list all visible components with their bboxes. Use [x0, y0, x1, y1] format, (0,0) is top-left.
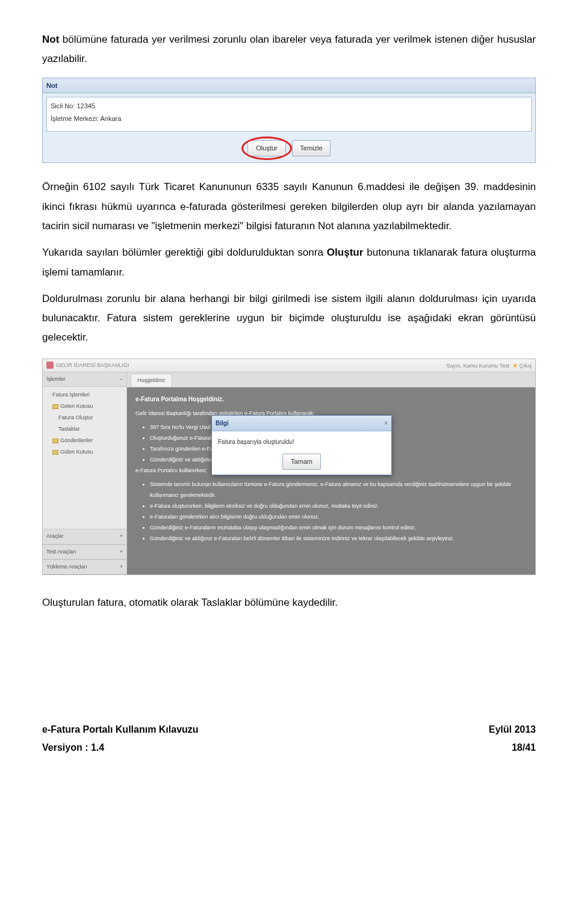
welcome-title: e-Fatura Portalına Hoşgeldiniz. — [135, 393, 527, 405]
list-item: e-Fatura oluştururken, bilgilerin eksiks… — [150, 501, 527, 511]
portal-brand: GELİR İDARESİ BAŞKANLIĞI — [56, 360, 129, 371]
sidebar-header-label: İşlemler — [46, 374, 66, 384]
star-icon: ★ — [512, 362, 518, 369]
dialog-titlebar: Bilgi × — [212, 416, 391, 431]
tab-hosgeldiniz[interactable]: Hoşgeldiniz — [131, 374, 172, 387]
folder-icon — [52, 404, 58, 409]
welcome-panel: e-Fatura Portalına Hoşgeldiniz. Gelir İd… — [127, 387, 535, 574]
collapse-icon[interactable]: − — [120, 374, 123, 384]
create-button-annotation: Oluştur — [247, 140, 286, 156]
dialog-ok-button[interactable]: Tamam — [282, 454, 321, 470]
not-label: Not — [42, 34, 59, 45]
sidebar-item-label: Gelen Kutusu — [60, 403, 93, 409]
expand-icon: + — [120, 562, 123, 572]
p3-bold: Oluştur — [327, 247, 363, 258]
page-footer: e-Fatura Portalı Kullanım Kılavuzu Versi… — [42, 721, 536, 757]
create-button[interactable]: Oluştur — [247, 140, 286, 156]
footer-version: Versiyon : 1.4 — [42, 739, 199, 757]
folder-icon — [52, 439, 58, 443]
paragraph-2: Örneğin 6102 sayılı Türk Ticaret Kanunun… — [42, 177, 536, 236]
info-dialog: Bilgi × Fatura başarıyla oluşturuldu! Ta… — [211, 415, 392, 475]
footer-date: Eylül 2013 — [489, 721, 536, 739]
note-panel: Not Sicil No: 12345 İşletme Merkezi: Ank… — [42, 78, 536, 164]
paragraph-5: Oluşturulan fatura, otomatik olarak Tasl… — [42, 593, 536, 612]
list-item: Sistemde tanımlı bulunan kullanıcıların … — [150, 479, 527, 500]
note-panel-body: Sicil No: 12345 İşletme Merkezi: Ankara — [43, 93, 535, 135]
portal-logo-icon — [46, 362, 54, 369]
paragraph-4: Doldurulması zorunlu bir alana herhangi … — [42, 289, 536, 348]
portal-topbar: GELİR İDARESİ BAŞKANLIĞI Sayın, Kamu Kur… — [43, 359, 535, 372]
sidebar-footer-label: Yükleme Araçları — [46, 562, 87, 572]
expand-icon: + — [120, 547, 123, 557]
sidebar-footer: Araçlar+ Test Araçları+ Yükleme Araçları… — [43, 529, 126, 574]
sidebar-footer-label: Araçlar — [46, 531, 64, 541]
footer-doc-title: e-Fatura Portalı Kullanım Kılavuzu — [42, 721, 199, 739]
dialog-message: Fatura başarıyla oluşturuldu! — [212, 431, 391, 451]
note-panel-header: Not — [43, 78, 535, 94]
list-item: e-Faturaları gönderirken alıcı bilgisini… — [150, 512, 527, 522]
sidebar-footer-label: Test Araçları — [46, 547, 76, 557]
dialog-title-text: Bilgi — [216, 417, 229, 429]
list-item: Gönderdiğiniz e-Faturaların muhataba ula… — [150, 523, 527, 533]
list-item: Gönderdiğiniz ve aldığınız e-Faturaları … — [150, 534, 527, 544]
logout-link[interactable]: Çıkış — [519, 363, 532, 369]
clear-button[interactable]: Temizle — [292, 140, 331, 156]
welcome-list-2: Sistemde tanımlı bulunan kullanıcıların … — [135, 479, 527, 544]
folder-icon — [52, 450, 58, 455]
sidebar-item-label: Giden Kutusu — [60, 449, 93, 455]
sidebar-item-fatura-olustur[interactable]: Fatura Oluştur — [45, 412, 124, 424]
note-textarea[interactable]: Sicil No: 12345 İşletme Merkezi: Ankara — [46, 97, 532, 132]
close-icon[interactable]: × — [384, 417, 388, 429]
paragraph-3: Yukarıda sayılan bölümler gerektiği gibi… — [42, 243, 536, 282]
sidebar-item-fatura-islemleri[interactable]: Fatura İşlemleri — [45, 389, 124, 401]
sidebar-header: İşlemler − — [43, 372, 126, 387]
portal-sidebar: İşlemler − Fatura İşlemleri Gelen Kutusu… — [43, 372, 127, 574]
sidebar-item-gonderilenler[interactable]: Gönderilenler — [45, 435, 124, 446]
note-panel-footer: Oluştur Temizle — [43, 135, 535, 162]
p3-pre: Yukarıda sayılan bölümler gerektiği gibi… — [42, 247, 327, 258]
sidebar-footer-araclar[interactable]: Araçlar+ — [43, 529, 126, 544]
intro-rest: bölümüne faturada yer verilmesi zorunlu … — [42, 34, 536, 64]
sidebar-item-label: Gönderilenler — [60, 437, 93, 443]
expand-icon: + — [120, 531, 123, 541]
portal-content: Hoşgeldiniz e-Fatura Portalına Hoşgeldin… — [127, 372, 535, 574]
intro-paragraph: Not bölümüne faturada yer verilmesi zoru… — [42, 30, 536, 69]
portal-screenshot: GELİR İDARESİ BAŞKANLIĞI Sayın, Kamu Kur… — [42, 359, 536, 575]
sidebar-item-giden-kutusu[interactable]: Giden Kutusu — [45, 446, 124, 458]
sidebar-item-gelen-kutusu[interactable]: Gelen Kutusu — [45, 401, 124, 412]
portal-tabbar: Hoşgeldiniz — [127, 372, 535, 387]
footer-page: 18/41 — [489, 739, 536, 757]
sidebar-item-taslaklar[interactable]: Taslaklar — [45, 424, 124, 435]
sidebar-tree: Fatura İşlemleri Gelen Kutusu Fatura Olu… — [43, 387, 126, 529]
sidebar-footer-test-araclari[interactable]: Test Araçları+ — [43, 544, 126, 559]
sidebar-footer-yukleme-araclari[interactable]: Yükleme Araçları+ — [43, 559, 126, 574]
portal-user-label: Sayın, Kamu Kurumu Test — [447, 363, 509, 369]
